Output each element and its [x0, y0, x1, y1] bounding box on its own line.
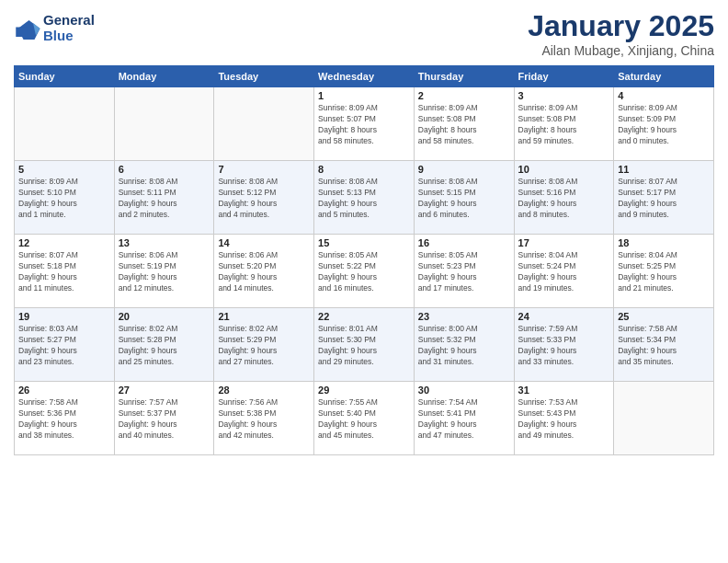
day-info: Sunrise: 8:07 AM Sunset: 5:18 PM Dayligh…	[18, 250, 110, 294]
day-number: 7	[218, 164, 310, 175]
day-number: 22	[318, 311, 410, 322]
day-info: Sunrise: 8:06 AM Sunset: 5:20 PM Dayligh…	[218, 250, 310, 294]
day-info: Sunrise: 8:00 AM Sunset: 5:32 PM Dayligh…	[418, 324, 510, 368]
day-info: Sunrise: 8:01 AM Sunset: 5:30 PM Dayligh…	[318, 324, 410, 368]
day-number: 10	[518, 164, 610, 175]
calendar-cell: 10Sunrise: 8:08 AM Sunset: 5:16 PM Dayli…	[514, 161, 614, 235]
day-info: Sunrise: 8:04 AM Sunset: 5:24 PM Dayligh…	[518, 250, 610, 294]
day-info: Sunrise: 7:56 AM Sunset: 5:38 PM Dayligh…	[218, 397, 310, 442]
calendar-cell: 8Sunrise: 8:08 AM Sunset: 5:13 PM Daylig…	[314, 161, 415, 235]
calendar-cell: 19Sunrise: 8:03 AM Sunset: 5:27 PM Dayli…	[15, 308, 115, 382]
calendar-cell: 25Sunrise: 7:58 AM Sunset: 5:34 PM Dayli…	[614, 308, 714, 382]
day-info: Sunrise: 8:08 AM Sunset: 5:12 PM Dayligh…	[218, 177, 310, 221]
day-number: 27	[119, 385, 210, 396]
day-number: 28	[218, 385, 310, 396]
day-number: 1	[318, 90, 410, 101]
calendar-cell: 31Sunrise: 7:53 AM Sunset: 5:43 PM Dayli…	[514, 382, 614, 455]
calendar-cell: 1Sunrise: 8:09 AM Sunset: 5:07 PM Daylig…	[314, 87, 415, 161]
day-number: 12	[18, 237, 110, 248]
day-number: 16	[418, 237, 510, 248]
calendar-cell: 17Sunrise: 8:04 AM Sunset: 5:24 PM Dayli…	[514, 235, 614, 308]
calendar-cell: 11Sunrise: 8:07 AM Sunset: 5:17 PM Dayli…	[614, 161, 714, 235]
calendar-cell: 3Sunrise: 8:09 AM Sunset: 5:08 PM Daylig…	[514, 87, 614, 161]
day-info: Sunrise: 8:07 AM Sunset: 5:17 PM Dayligh…	[618, 177, 710, 221]
day-info: Sunrise: 7:54 AM Sunset: 5:41 PM Dayligh…	[418, 397, 510, 442]
calendar-cell: 18Sunrise: 8:04 AM Sunset: 5:25 PM Dayli…	[614, 235, 714, 308]
calendar-cell: 4Sunrise: 8:09 AM Sunset: 5:09 PM Daylig…	[614, 87, 714, 161]
logo-text: General Blue	[43, 13, 95, 43]
day-number: 30	[418, 385, 510, 396]
day-info: Sunrise: 8:09 AM Sunset: 5:07 PM Dayligh…	[318, 103, 410, 147]
day-number: 24	[518, 311, 610, 322]
calendar-cell: 6Sunrise: 8:08 AM Sunset: 5:11 PM Daylig…	[114, 161, 214, 235]
day-info: Sunrise: 8:09 AM Sunset: 5:10 PM Dayligh…	[18, 177, 110, 221]
day-info: Sunrise: 7:55 AM Sunset: 5:40 PM Dayligh…	[318, 397, 410, 442]
day-info: Sunrise: 8:09 AM Sunset: 5:09 PM Dayligh…	[618, 103, 710, 147]
calendar-cell: 20Sunrise: 8:02 AM Sunset: 5:28 PM Dayli…	[114, 308, 214, 382]
day-number: 26	[18, 385, 110, 396]
day-number: 18	[618, 237, 710, 248]
calendar-cell: 14Sunrise: 8:06 AM Sunset: 5:20 PM Dayli…	[214, 235, 314, 308]
day-number: 20	[119, 311, 210, 322]
calendar-cell: 12Sunrise: 8:07 AM Sunset: 5:18 PM Dayli…	[15, 235, 115, 308]
day-number: 29	[318, 385, 410, 396]
day-number: 31	[518, 385, 610, 396]
calendar-cell	[15, 87, 115, 161]
day-info: Sunrise: 8:09 AM Sunset: 5:08 PM Dayligh…	[518, 103, 610, 147]
calendar-week-2: 5Sunrise: 8:09 AM Sunset: 5:10 PM Daylig…	[15, 161, 714, 235]
calendar-table: Sunday Monday Tuesday Wednesday Thursday…	[14, 65, 714, 455]
calendar-cell: 27Sunrise: 7:57 AM Sunset: 5:37 PM Dayli…	[114, 382, 214, 455]
calendar-cell: 21Sunrise: 8:02 AM Sunset: 5:29 PM Dayli…	[214, 308, 314, 382]
calendar-cell: 2Sunrise: 8:09 AM Sunset: 5:08 PM Daylig…	[414, 87, 514, 161]
calendar-cell	[214, 87, 314, 161]
day-info: Sunrise: 8:08 AM Sunset: 5:16 PM Dayligh…	[518, 177, 610, 221]
day-number: 23	[418, 311, 510, 322]
day-number: 4	[618, 90, 710, 101]
svg-rect-3	[16, 27, 27, 37]
calendar-cell: 22Sunrise: 8:01 AM Sunset: 5:30 PM Dayli…	[314, 308, 415, 382]
calendar-week-1: 1Sunrise: 8:09 AM Sunset: 5:07 PM Daylig…	[15, 87, 714, 161]
calendar-cell	[614, 382, 714, 455]
day-number: 2	[418, 90, 510, 101]
calendar-cell: 16Sunrise: 8:05 AM Sunset: 5:23 PM Dayli…	[414, 235, 514, 308]
day-number: 5	[18, 164, 110, 175]
day-info: Sunrise: 8:02 AM Sunset: 5:29 PM Dayligh…	[218, 324, 310, 368]
title-area: January 2025 Ailan Mubage, Xinjiang, Chi…	[528, 9, 714, 58]
calendar-cell: 28Sunrise: 7:56 AM Sunset: 5:38 PM Dayli…	[214, 382, 314, 455]
day-number: 21	[218, 311, 310, 322]
header: General Blue January 2025 Ailan Mubage, …	[14, 9, 714, 58]
calendar-cell: 29Sunrise: 7:55 AM Sunset: 5:40 PM Dayli…	[314, 382, 415, 455]
day-number: 6	[119, 164, 210, 175]
calendar-cell: 5Sunrise: 8:09 AM Sunset: 5:10 PM Daylig…	[15, 161, 115, 235]
day-number: 11	[618, 164, 710, 175]
day-number: 3	[518, 90, 610, 101]
col-monday: Monday	[114, 66, 214, 87]
calendar-week-4: 19Sunrise: 8:03 AM Sunset: 5:27 PM Dayli…	[15, 308, 714, 382]
day-info: Sunrise: 8:08 AM Sunset: 5:13 PM Dayligh…	[318, 177, 410, 221]
calendar-cell: 15Sunrise: 8:05 AM Sunset: 5:22 PM Dayli…	[314, 235, 415, 308]
day-number: 14	[218, 237, 310, 248]
col-sunday: Sunday	[15, 66, 115, 87]
col-friday: Friday	[514, 66, 614, 87]
day-number: 25	[618, 311, 710, 322]
day-info: Sunrise: 8:04 AM Sunset: 5:25 PM Dayligh…	[618, 250, 710, 294]
day-number: 15	[318, 237, 410, 248]
col-wednesday: Wednesday	[314, 66, 415, 87]
day-number: 19	[18, 311, 110, 322]
logo: General Blue	[14, 13, 95, 43]
location-subtitle: Ailan Mubage, Xinjiang, China	[528, 43, 714, 58]
calendar-week-3: 12Sunrise: 8:07 AM Sunset: 5:18 PM Dayli…	[15, 235, 714, 308]
day-info: Sunrise: 8:03 AM Sunset: 5:27 PM Dayligh…	[18, 324, 110, 368]
day-info: Sunrise: 8:08 AM Sunset: 5:11 PM Dayligh…	[119, 177, 210, 221]
header-row: Sunday Monday Tuesday Wednesday Thursday…	[15, 66, 714, 87]
calendar-cell: 7Sunrise: 8:08 AM Sunset: 5:12 PM Daylig…	[214, 161, 314, 235]
col-thursday: Thursday	[414, 66, 514, 87]
day-info: Sunrise: 8:08 AM Sunset: 5:15 PM Dayligh…	[418, 177, 510, 221]
calendar-cell: 9Sunrise: 8:08 AM Sunset: 5:15 PM Daylig…	[414, 161, 514, 235]
col-saturday: Saturday	[614, 66, 714, 87]
day-info: Sunrise: 8:02 AM Sunset: 5:28 PM Dayligh…	[119, 324, 210, 368]
day-info: Sunrise: 7:58 AM Sunset: 5:36 PM Dayligh…	[18, 397, 110, 442]
calendar-cell: 24Sunrise: 7:59 AM Sunset: 5:33 PM Dayli…	[514, 308, 614, 382]
logo-icon	[14, 15, 41, 42]
calendar-cell: 26Sunrise: 7:58 AM Sunset: 5:36 PM Dayli…	[15, 382, 115, 455]
